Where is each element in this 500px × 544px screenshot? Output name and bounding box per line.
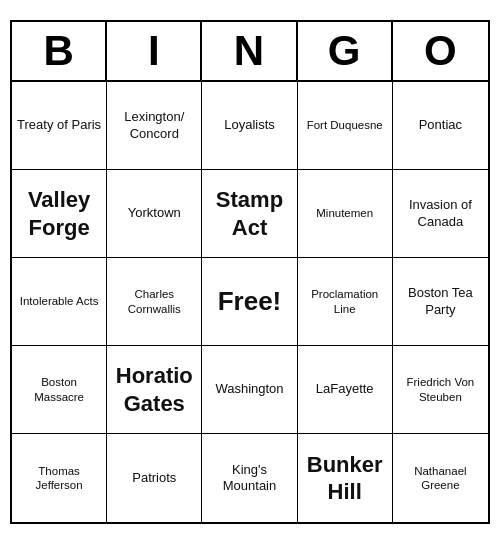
cell-text-10: Intolerable Acts — [20, 294, 99, 308]
bingo-cell-8: Minutemen — [298, 170, 393, 258]
header-letter-b: B — [12, 22, 107, 80]
cell-text-18: LaFayette — [316, 381, 374, 397]
cell-text-12: Free! — [218, 285, 282, 318]
bingo-cell-6: Yorktown — [107, 170, 202, 258]
cell-text-4: Pontiac — [419, 117, 462, 133]
bingo-cell-9: Invasion of Canada — [393, 170, 488, 258]
bingo-cell-2: Loyalists — [202, 82, 297, 170]
bingo-cell-3: Fort Duquesne — [298, 82, 393, 170]
cell-text-7: Stamp Act — [206, 186, 292, 241]
cell-text-23: Bunker Hill — [302, 451, 388, 506]
cell-text-16: Horatio Gates — [111, 362, 197, 417]
cell-text-21: Patriots — [132, 470, 176, 486]
cell-text-20: Thomas Jefferson — [16, 464, 102, 493]
cell-text-1: Lexington/ Concord — [111, 109, 197, 142]
header-letter-g: G — [298, 22, 393, 80]
cell-text-17: Washington — [215, 381, 283, 397]
cell-text-8: Minutemen — [316, 206, 373, 220]
bingo-cell-16: Horatio Gates — [107, 346, 202, 434]
header-letter-n: N — [202, 22, 297, 80]
bingo-cell-12: Free! — [202, 258, 297, 346]
cell-text-24: Nathanael Greene — [397, 464, 484, 493]
cell-text-9: Invasion of Canada — [397, 197, 484, 230]
bingo-cell-19: Friedrich Von Steuben — [393, 346, 488, 434]
bingo-cell-23: Bunker Hill — [298, 434, 393, 522]
bingo-cell-22: King's Mountain — [202, 434, 297, 522]
bingo-card: BINGO Treaty of ParisLexington/ ConcordL… — [10, 20, 490, 524]
cell-text-22: King's Mountain — [206, 462, 292, 495]
bingo-cell-11: Charles Cornwallis — [107, 258, 202, 346]
bingo-cell-1: Lexington/ Concord — [107, 82, 202, 170]
bingo-header: BINGO — [12, 22, 488, 82]
bingo-cell-17: Washington — [202, 346, 297, 434]
bingo-cell-14: Boston Tea Party — [393, 258, 488, 346]
cell-text-15: Boston Massacre — [16, 375, 102, 404]
bingo-cell-10: Intolerable Acts — [12, 258, 107, 346]
cell-text-0: Treaty of Paris — [17, 117, 101, 133]
bingo-cell-13: Proclamation Line — [298, 258, 393, 346]
bingo-cell-0: Treaty of Paris — [12, 82, 107, 170]
bingo-cell-18: LaFayette — [298, 346, 393, 434]
cell-text-11: Charles Cornwallis — [111, 287, 197, 316]
bingo-cell-21: Patriots — [107, 434, 202, 522]
bingo-cell-4: Pontiac — [393, 82, 488, 170]
bingo-cell-24: Nathanael Greene — [393, 434, 488, 522]
header-letter-o: O — [393, 22, 488, 80]
header-letter-i: I — [107, 22, 202, 80]
bingo-grid: Treaty of ParisLexington/ ConcordLoyalis… — [12, 82, 488, 522]
cell-text-5: Valley Forge — [16, 186, 102, 241]
bingo-cell-20: Thomas Jefferson — [12, 434, 107, 522]
bingo-cell-5: Valley Forge — [12, 170, 107, 258]
bingo-cell-15: Boston Massacre — [12, 346, 107, 434]
cell-text-6: Yorktown — [128, 205, 181, 221]
cell-text-14: Boston Tea Party — [397, 285, 484, 318]
cell-text-13: Proclamation Line — [302, 287, 388, 316]
cell-text-2: Loyalists — [224, 117, 275, 133]
cell-text-3: Fort Duquesne — [307, 118, 383, 132]
cell-text-19: Friedrich Von Steuben — [397, 375, 484, 404]
bingo-cell-7: Stamp Act — [202, 170, 297, 258]
